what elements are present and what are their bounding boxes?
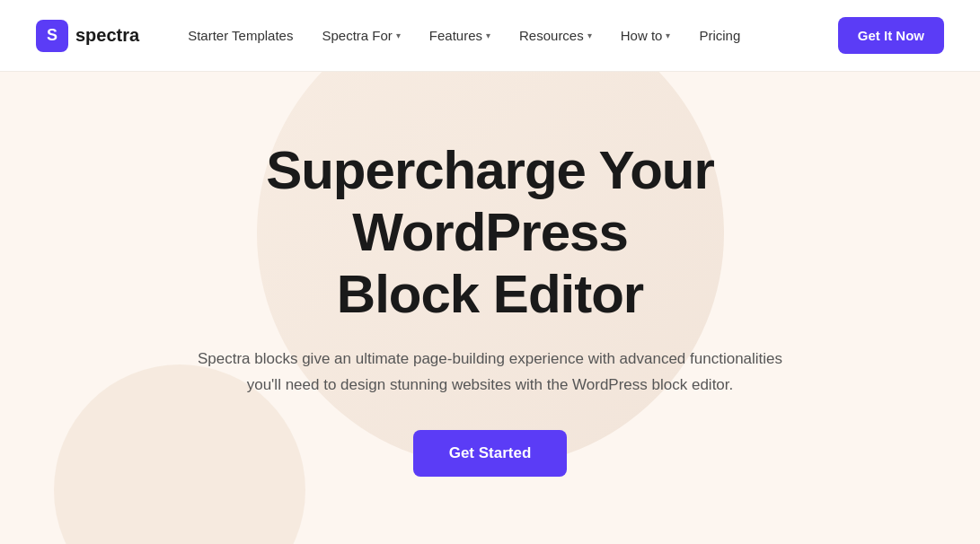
nav-item-starter-templates[interactable]: Starter Templates — [175, 21, 305, 50]
nav-item-how-to[interactable]: How to ▾ — [608, 21, 684, 50]
nav-item-resources[interactable]: Resources ▾ — [507, 21, 605, 50]
get-started-button[interactable]: Get Started — [413, 430, 568, 477]
chevron-down-icon: ▾ — [486, 31, 490, 40]
logo-link[interactable]: S spectra — [36, 20, 139, 52]
nav-item-features[interactable]: Features ▾ — [417, 21, 503, 50]
chevron-down-icon: ▾ — [587, 31, 592, 40]
hero-section: Supercharge Your WordPress Block Editor … — [0, 72, 980, 544]
get-it-now-button[interactable]: Get It Now — [838, 17, 944, 54]
logo-icon: S — [36, 20, 68, 52]
chevron-down-icon: ▾ — [396, 31, 401, 40]
hero-content: Supercharge Your WordPress Block Editor … — [131, 139, 850, 478]
nav-item-spectra-for[interactable]: Spectra For ▾ — [309, 21, 412, 50]
hero-subtitle: Spectra blocks give an ultimate page-bui… — [194, 347, 787, 399]
navbar: S spectra Starter Templates Spectra For … — [0, 0, 980, 72]
logo-text: spectra — [75, 25, 139, 46]
nav-links: Starter Templates Spectra For ▾ Features… — [175, 21, 838, 50]
hero-title: Supercharge Your WordPress Block Editor — [131, 139, 850, 325]
nav-item-pricing[interactable]: Pricing — [686, 21, 753, 50]
chevron-down-icon: ▾ — [666, 31, 670, 40]
